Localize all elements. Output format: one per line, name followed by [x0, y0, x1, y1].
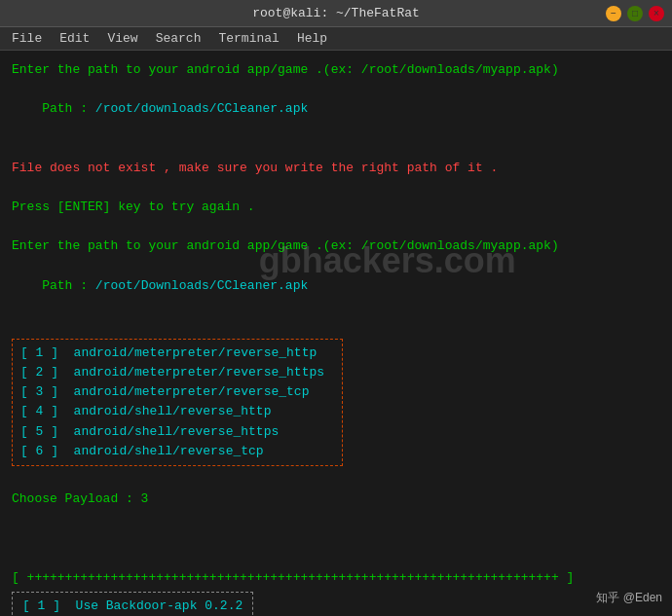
plus-separator: [ ++++++++++++++++++++++++++++++++++++++…: [12, 568, 660, 588]
path-label-2: Path :: [42, 278, 95, 293]
terminal-area[interactable]: gbhackers.com Enter the path to your and…: [0, 51, 672, 616]
blank-6: [12, 509, 660, 528]
minimize-button[interactable]: −: [606, 6, 621, 21]
path-label-1: Path :: [42, 101, 95, 116]
payload-item-1: [ 1 ] android/meterpreter/reverse_http: [20, 344, 334, 363]
blank-1: [12, 139, 660, 159]
prompt-line-2: Enter the path to your android app/game …: [12, 236, 660, 256]
close-button[interactable]: ×: [649, 6, 664, 21]
error-line: File does not exist , make sure you writ…: [12, 159, 660, 178]
payload-item-5: [ 5 ] android/shell/reverse_https: [20, 422, 334, 442]
path-line-1: Path : /root/downloads/CCleaner.apk: [12, 80, 660, 138]
tool-item-1: [ 1 ] Use Backdoor-apk 0.2.2: [22, 597, 243, 616]
path-value-2: /root/Downloads/CCleaner.apk: [95, 278, 308, 293]
prompt-line-1: Enter the path to your android app/game …: [12, 60, 660, 80]
bottom-watermark: 知乎 @Eden: [596, 590, 662, 606]
payload-list-box: [ 1 ] android/meterpreter/reverse_http […: [12, 339, 343, 466]
blank-7: [12, 528, 660, 548]
menu-edit[interactable]: Edit: [52, 29, 97, 48]
menu-search[interactable]: Search: [148, 29, 209, 48]
blank-2: [12, 178, 660, 198]
payload-item-4: [ 4 ] android/shell/reverse_http: [20, 402, 334, 421]
tool-list-box: [ 1 ] Use Backdoor-apk 0.2.2 [ 2 ] Use o…: [12, 592, 253, 616]
menu-view[interactable]: View: [99, 29, 145, 48]
blank-4: [12, 315, 660, 335]
window-controls[interactable]: − □ ×: [606, 6, 664, 21]
payload-item-2: [ 2 ] android/meterpreter/reverse_https: [20, 363, 334, 382]
window-title: root@kali: ~/TheFatRat: [66, 6, 606, 20]
choose-payload-line: Choose Payload : 3: [12, 489, 660, 509]
path-value-1: /root/downloads/CCleaner.apk: [95, 101, 308, 116]
blank-5: [12, 470, 660, 489]
retry-line: Press [ENTER] key to try again .: [12, 198, 660, 217]
blank-3: [12, 217, 660, 236]
payload-item-3: [ 3 ] android/meterpreter/reverse_tcp: [20, 382, 334, 402]
menu-help[interactable]: Help: [289, 29, 335, 48]
path-line-2: Path : /root/Downloads/CCleaner.apk: [12, 256, 660, 314]
menu-bar: File Edit View Search Terminal Help: [0, 27, 672, 51]
maximize-button[interactable]: □: [627, 6, 643, 21]
menu-terminal[interactable]: Terminal: [210, 29, 286, 48]
payload-item-6: [ 6 ] android/shell/reverse_tcp: [20, 442, 334, 461]
menu-file[interactable]: File: [4, 29, 50, 48]
blank-8: [12, 548, 660, 567]
title-bar: root@kali: ~/TheFatRat − □ ×: [0, 0, 672, 27]
